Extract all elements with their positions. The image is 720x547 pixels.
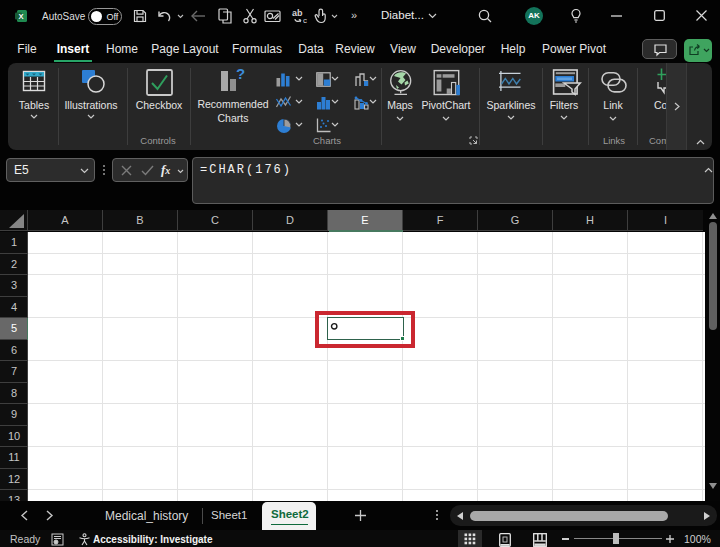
- svg-text:c: c: [303, 16, 307, 25]
- svg-text:X: X: [19, 12, 24, 21]
- svg-text:?: ?: [236, 65, 245, 82]
- svg-text:ab: ab: [292, 8, 303, 18]
